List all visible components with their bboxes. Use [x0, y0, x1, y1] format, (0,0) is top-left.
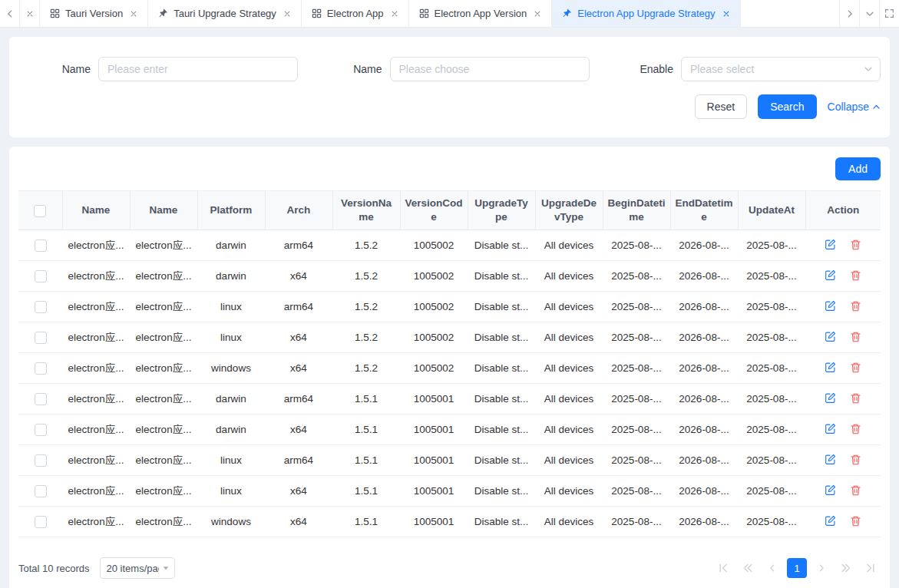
- edit-button[interactable]: [825, 484, 836, 496]
- last-page-button[interactable]: [861, 558, 881, 578]
- filter-field-name-1: Name: [18, 57, 298, 81]
- delete-button[interactable]: [850, 269, 861, 281]
- cell-versionCode: 1005002: [400, 230, 468, 261]
- row-checkbox[interactable]: [35, 393, 47, 405]
- edit-button[interactable]: [825, 269, 836, 281]
- tab-close-icon[interactable]: [130, 10, 137, 18]
- cell-arch: x64: [265, 322, 332, 353]
- cell-versionCode: 1005001: [400, 445, 468, 476]
- cell-name2: electron应...: [130, 507, 197, 537]
- next-page-button[interactable]: [811, 558, 831, 578]
- cell-beginDatetime: 2025-08-...: [603, 261, 670, 292]
- edit-button[interactable]: [825, 454, 836, 465]
- tab-close-icon[interactable]: [534, 10, 541, 18]
- cell-name2: electron应...: [130, 261, 197, 292]
- cell-upgradeDevType: All devices: [535, 507, 603, 537]
- name-input[interactable]: [98, 57, 298, 81]
- tab-close-icon[interactable]: [722, 10, 730, 18]
- column-header-beginDatetime: BeginDatetime: [603, 191, 670, 230]
- tab-label: Tauri Upgrade Strategy: [174, 8, 276, 19]
- jump-next-button[interactable]: [836, 558, 856, 578]
- table-row: electron应...electron应...linuxx641.5.2100…: [18, 322, 881, 353]
- row-checkbox[interactable]: [35, 485, 47, 497]
- cell-beginDatetime: 2025-08-...: [603, 507, 670, 537]
- row-checkbox[interactable]: [35, 362, 47, 375]
- cell-arch: x64: [265, 476, 332, 507]
- name-choose-input[interactable]: [390, 57, 590, 81]
- cell-select: [18, 353, 62, 384]
- tab-tauri-upgrade-strategy[interactable]: Tauri Upgrade Strategy: [148, 0, 302, 27]
- row-checkbox[interactable]: [35, 332, 47, 344]
- collapse-link[interactable]: Collapse: [828, 101, 881, 113]
- cell-upgradeType: Disable st...: [468, 445, 535, 476]
- edit-button[interactable]: [825, 300, 836, 312]
- first-page-button[interactable]: [713, 558, 733, 578]
- cell-name1: electron应...: [62, 261, 130, 292]
- edit-button[interactable]: [825, 423, 836, 434]
- search-button[interactable]: Search: [758, 94, 816, 119]
- delete-button[interactable]: [850, 300, 861, 312]
- tab-bar: Tauri VersionTauri Upgrade StrategyElect…: [0, 0, 899, 28]
- jump-prev-button[interactable]: [738, 558, 758, 578]
- cell-upgradeDevType: All devices: [535, 384, 603, 415]
- cell-upgradeDevType: All devices: [535, 261, 603, 292]
- tab-tauri-version[interactable]: Tauri Version: [40, 0, 148, 27]
- column-header-select: [18, 191, 62, 230]
- select-all-checkbox[interactable]: [34, 205, 46, 217]
- tab-label: Electron App Upgrade Strategy: [577, 8, 715, 19]
- cell-action: [805, 353, 881, 384]
- row-checkbox[interactable]: [35, 270, 47, 282]
- cell-select: [18, 415, 62, 445]
- edit-button[interactable]: [825, 392, 836, 404]
- edit-button[interactable]: [825, 331, 836, 342]
- tab-close-icon[interactable]: [391, 10, 398, 18]
- cell-beginDatetime: 2025-08-...: [603, 445, 670, 476]
- tab-close-button[interactable]: [20, 0, 40, 27]
- tab-label: Electron App: [327, 8, 384, 19]
- row-checkbox[interactable]: [35, 516, 47, 528]
- delete-button[interactable]: [850, 454, 861, 465]
- cell-upgradeType: Disable st...: [468, 292, 535, 322]
- tabs-scroll-left-button[interactable]: [0, 0, 20, 27]
- enable-select[interactable]: [681, 57, 881, 81]
- prev-page-button[interactable]: [762, 558, 782, 578]
- enable-label: Enable: [601, 63, 673, 75]
- cell-beginDatetime: 2025-08-...: [603, 230, 670, 261]
- delete-button[interactable]: [850, 392, 861, 404]
- row-checkbox[interactable]: [35, 454, 47, 467]
- edit-button[interactable]: [825, 362, 836, 373]
- tab-close-icon[interactable]: [283, 10, 291, 18]
- edit-button[interactable]: [825, 515, 836, 527]
- delete-button[interactable]: [850, 239, 861, 250]
- delete-button[interactable]: [850, 515, 861, 527]
- caret-down-icon: [162, 564, 170, 572]
- edit-button[interactable]: [825, 239, 836, 250]
- cell-endDatetime: 2026-08-...: [670, 261, 738, 292]
- tab-electron-app[interactable]: Electron App: [302, 0, 409, 27]
- delete-button[interactable]: [850, 362, 861, 373]
- page-size-select[interactable]: 20 items/pag: [100, 557, 175, 579]
- delete-button[interactable]: [850, 423, 861, 434]
- cell-select: [18, 384, 62, 415]
- row-checkbox[interactable]: [35, 424, 47, 436]
- table-row: electron应...electron应...darwinarm641.5.1…: [18, 384, 881, 415]
- tab-electron-app-upgrade-strategy[interactable]: Electron App Upgrade Strategy: [552, 0, 740, 27]
- fullscreen-button[interactable]: [879, 0, 899, 27]
- cell-select: [18, 292, 62, 322]
- current-page[interactable]: 1: [787, 558, 807, 578]
- add-button[interactable]: Add: [835, 157, 881, 180]
- filter-row: Name Name Enable: [18, 57, 881, 81]
- delete-button[interactable]: [850, 484, 861, 496]
- row-checkbox[interactable]: [35, 239, 47, 252]
- tab-electron-app-version[interactable]: Electron App Version: [409, 0, 553, 27]
- reset-button[interactable]: Reset: [695, 94, 748, 119]
- tab-list: Tauri VersionTauri Upgrade StrategyElect…: [40, 0, 839, 27]
- row-checkbox[interactable]: [35, 301, 47, 313]
- cell-versionName: 1.5.2: [332, 353, 400, 384]
- cell-beginDatetime: 2025-08-...: [603, 292, 670, 322]
- cell-name1: electron应...: [62, 507, 130, 537]
- tabs-scroll-right-button[interactable]: [839, 0, 859, 27]
- delete-button[interactable]: [850, 331, 861, 342]
- tabs-menu-button[interactable]: [859, 0, 879, 27]
- cell-action: [805, 415, 881, 445]
